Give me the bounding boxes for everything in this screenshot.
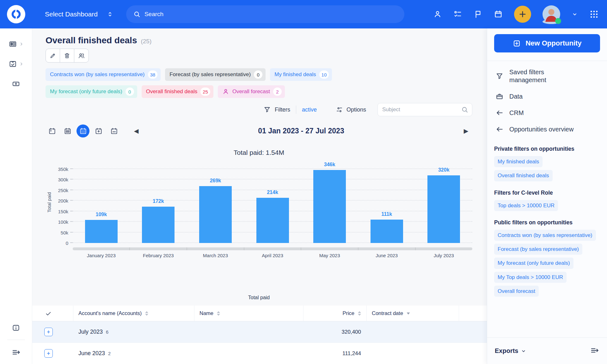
panel-menu-item-opportunities-overview[interactable]: Opportunities overview (494, 121, 600, 137)
x-axis-label: May 2023 (301, 253, 358, 258)
panel-collapse-button[interactable] (590, 346, 599, 356)
column-header-name[interactable]: Name (194, 306, 304, 321)
chip-label: Overall finished deals (146, 88, 198, 95)
filter-chip-overall-forecast[interactable]: Overall forecast2 (218, 85, 285, 98)
user-avatar[interactable] (543, 5, 560, 23)
avatar-menu-chevron[interactable] (572, 11, 578, 17)
chart-horizontal-scrollbar[interactable] (73, 247, 472, 250)
quick-add-button[interactable] (514, 6, 531, 23)
filter-link-my-forecast-only-future-deals[interactable]: My forecast (only future deals) (494, 258, 573, 269)
view-year-button[interactable]: 365 (107, 124, 120, 137)
filter-chip-my-forecast-only-future-deals[interactable]: My forecast (only future deals)0 (46, 85, 137, 98)
expand-group-button[interactable] (44, 328, 53, 336)
expand-group-button[interactable] (44, 349, 53, 358)
apps-grid-button[interactable] (589, 9, 599, 19)
filter-link-my-top-deals-10000-eur[interactable]: My Top deals > 10000 EUR (494, 272, 567, 283)
expand-cell (32, 349, 73, 358)
sidebar-item-dashboards[interactable] (9, 40, 23, 48)
price-cell: 111,244 (342, 350, 367, 357)
filter-link-row: Overall forecast (494, 286, 600, 297)
panel-bottom-bar: Exports (487, 337, 607, 364)
filter-link-row: My finished deals (494, 156, 600, 167)
scrollbar-segment (187, 247, 244, 250)
view-day-button[interactable] (46, 124, 58, 137)
filter-link-row: Contracts won (by sales representative) (494, 230, 600, 241)
filter-link-my-finished-deals[interactable]: My finished deals (494, 156, 543, 167)
funnel-icon (495, 72, 504, 80)
bars-layer: 109k172k269k214k346k111k320k (73, 169, 472, 243)
tasks-button[interactable] (453, 10, 462, 19)
subject-input[interactable] (377, 103, 472, 116)
active-filters-link[interactable]: active (302, 106, 317, 113)
sort-icon (145, 311, 149, 316)
sidebar-info-button[interactable] (12, 324, 20, 332)
chip-count-badge: 38 (148, 70, 158, 79)
section-heading-private-filters-on-opportunities: Private filters on opportunities (494, 146, 600, 152)
global-search[interactable] (126, 5, 404, 23)
sidebar-add-button[interactable] (12, 80, 20, 88)
search-icon (133, 10, 141, 18)
filter-chip-forecast-by-sales-representative[interactable]: Forecast (by sales representative)0 (165, 68, 266, 81)
sidebar-expand-button[interactable] (11, 348, 21, 357)
filter-chip-my-finished-deals[interactable]: My finished deals10 (270, 68, 332, 81)
column-header-contract-date[interactable]: Contract date (367, 306, 459, 321)
calendar-icon (494, 10, 503, 19)
bar-value-label: 109k (73, 212, 130, 217)
edit-button[interactable] (46, 49, 60, 62)
panel-menu-item-data[interactable]: Data (494, 88, 600, 105)
column-header-account-s-name-accounts[interactable]: Account's name (Accounts) (73, 306, 194, 321)
exports-button[interactable]: Exports (495, 347, 526, 355)
filter-chip-contracts-won-by-sales-representative[interactable]: Contracts won (by sales representative)3… (46, 68, 161, 81)
bar-column-january-2023: 109k (73, 169, 130, 243)
briefcase-icon-wrap (495, 92, 504, 100)
group-cell: June 20232 (73, 350, 194, 357)
calendar-day-icon (48, 127, 56, 135)
previous-period-button[interactable]: ◀ (130, 127, 143, 135)
filter-link-forecast-by-sales-representative[interactable]: Forecast (by sales representative) (494, 244, 582, 255)
panel-menu-item-saved-filters-management[interactable]: Saved filters management (494, 64, 600, 88)
filter-link-overall-forecast[interactable]: Overall forecast (494, 286, 539, 297)
scrollbar-segment (73, 247, 130, 250)
chip-label: My forecast (only future deals) (50, 88, 122, 95)
select-all-checkbox[interactable] (32, 306, 73, 321)
x-axis-label: January 2023 (73, 253, 130, 258)
section-heading-filters-for-c-level-role: Filters for C-level Role (494, 190, 600, 196)
panel-menu-item-crm[interactable]: CRM (494, 105, 600, 121)
y-tick-label: 250k (58, 188, 68, 193)
x-axis-label: July 2023 (415, 253, 472, 258)
group-label: June 2023 (78, 350, 105, 357)
options-button[interactable]: Options (336, 106, 366, 113)
x-axis-label: February 2023 (130, 253, 187, 258)
filter-link-contracts-won-by-sales-representative[interactable]: Contracts won (by sales representative) (494, 230, 596, 241)
app-logo-icon (10, 9, 22, 20)
view-quarter-button[interactable] (92, 124, 105, 137)
app-logo[interactable] (7, 5, 25, 23)
filter-chip-overall-finished-deals[interactable]: Overall finished deals25 (142, 85, 213, 98)
filters-button[interactable]: Filters (263, 106, 290, 113)
y-tick-label: 350k (58, 167, 68, 172)
new-opportunity-button[interactable]: New Opportunity (494, 34, 600, 52)
checkmark-icon (45, 310, 52, 317)
bar (142, 207, 175, 243)
filter-link-overall-finished-deals[interactable]: Overall finished deals (494, 170, 553, 181)
search-input[interactable] (144, 11, 397, 18)
arrow-left-icon (495, 109, 504, 117)
table-body: July 20236320,400June 20232111,244 (32, 321, 487, 364)
calendar-month-icon (79, 127, 87, 135)
calendar-button[interactable] (494, 10, 503, 19)
flag-icon (474, 10, 482, 19)
next-period-button[interactable]: ▶ (460, 127, 472, 135)
flags-button[interactable] (474, 10, 482, 19)
view-month-button[interactable] (77, 124, 89, 137)
sidebar-item-activities[interactable] (9, 60, 23, 68)
dashboard-selector[interactable]: Select Dashboard (45, 10, 113, 18)
x-axis-label: April 2023 (244, 253, 301, 258)
filter-link-top-deals-10000-eur[interactable]: Top deals > 10000 EUR (494, 200, 558, 211)
delete-button[interactable] (60, 49, 74, 62)
y-axis-label: Total paid (46, 161, 52, 243)
column-header-price[interactable]: Price (304, 306, 367, 321)
contacts-button[interactable] (433, 10, 442, 19)
view-week-button[interactable] (61, 124, 74, 137)
calendar-week-icon (64, 127, 71, 135)
share-button[interactable] (74, 49, 89, 62)
